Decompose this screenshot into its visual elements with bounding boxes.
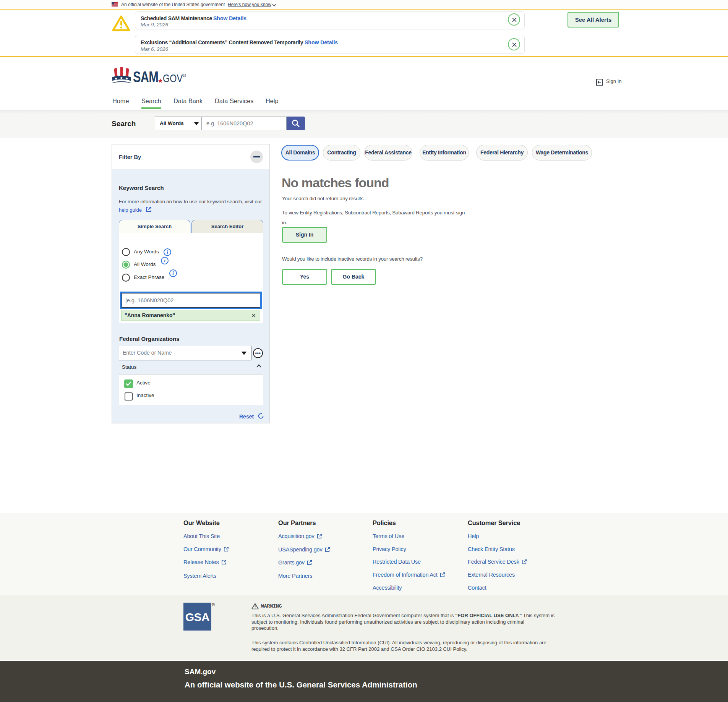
svg-text:SAM: SAM: [133, 68, 158, 85]
svg-text:GOV: GOV: [163, 72, 183, 84]
svg-text:R: R: [183, 75, 185, 77]
